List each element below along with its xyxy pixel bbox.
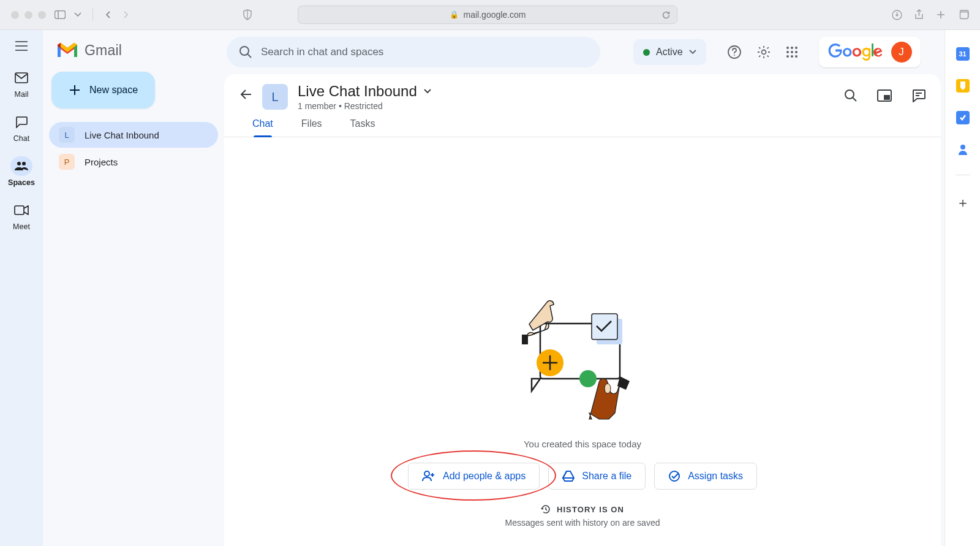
rail-label: Mail <box>15 90 29 99</box>
rail-label: Meet <box>13 222 30 231</box>
rail-item-meet[interactable]: Meet <box>10 200 32 231</box>
gmail-text: Gmail <box>85 42 122 59</box>
history-icon <box>541 504 551 514</box>
svg-point-18 <box>786 55 789 58</box>
rail-label: Chat <box>13 134 29 143</box>
keep-tile[interactable] <box>956 79 970 93</box>
svg-rect-23 <box>884 95 890 100</box>
space-avatar: L <box>59 127 75 143</box>
svg-rect-8 <box>15 206 24 214</box>
rail-item-spaces[interactable]: Spaces <box>8 156 35 187</box>
assign-tasks-label: Assign tasks <box>688 471 743 482</box>
svg-point-30 <box>424 471 429 476</box>
share-file-label: Share a file <box>582 471 631 482</box>
help-icon[interactable] <box>727 45 742 59</box>
svg-point-11 <box>761 50 766 55</box>
contacts-tile[interactable] <box>956 143 970 156</box>
forward-icon[interactable] <box>121 10 130 19</box>
left-rail: Mail Chat Spaces Meet <box>0 30 43 546</box>
drive-icon <box>562 471 575 482</box>
history-sub: Messages sent with history on are saved <box>505 518 660 528</box>
chat-panel-icon[interactable] <box>911 89 926 102</box>
gmail-icon <box>55 41 80 59</box>
tabs: Chat Files Tasks <box>224 111 941 137</box>
svg-point-6 <box>17 162 21 165</box>
back-icon[interactable] <box>104 10 113 19</box>
svg-point-14 <box>795 47 797 49</box>
status-dot <box>643 49 650 56</box>
chevron-down-icon <box>689 50 696 55</box>
url-bar[interactable]: 🔒 mail.google.com <box>298 6 677 24</box>
tab-tasks[interactable]: Tasks <box>350 118 375 137</box>
empty-state: You created this space today Add people … <box>224 137 941 546</box>
add-people-label: Add people & apps <box>443 471 526 482</box>
mail-icon <box>15 72 28 83</box>
svg-point-12 <box>786 47 789 49</box>
new-space-button[interactable]: New space <box>51 72 155 108</box>
download-icon[interactable] <box>892 10 902 20</box>
share-file-button[interactable]: Share a file <box>548 463 646 490</box>
main-column: Search in chat and spaces Active J L <box>224 30 944 546</box>
search-icon <box>239 45 252 59</box>
profile-avatar[interactable]: J <box>891 42 912 63</box>
browser-chrome: 🔒 mail.google.com <box>0 0 980 30</box>
shield-icon[interactable] <box>243 9 252 20</box>
lock-icon: 🔒 <box>450 10 459 19</box>
created-text: You created this space today <box>524 439 641 449</box>
share-icon[interactable] <box>914 9 924 20</box>
svg-rect-26 <box>592 314 617 339</box>
sidebar-toggle-icon[interactable] <box>55 10 66 19</box>
content-card: L Live Chat Inbound 1 member • Restricte… <box>224 74 941 546</box>
assign-tasks-button[interactable]: Assign tasks <box>654 463 757 490</box>
google-brand[interactable]: J <box>819 37 921 67</box>
tabs-icon[interactable] <box>958 10 969 20</box>
space-avatar-large: L <box>262 84 288 110</box>
space-subtitle: 1 member • Restricted <box>298 101 432 111</box>
space-header: L Live Chat Inbound 1 member • Restricte… <box>224 74 941 111</box>
pip-icon[interactable] <box>877 89 892 102</box>
svg-point-16 <box>791 51 793 53</box>
status-chip[interactable]: Active <box>633 39 706 65</box>
space-item-projects[interactable]: P Projects <box>49 149 218 175</box>
traffic-lights <box>11 11 46 19</box>
search-input[interactable]: Search in chat and spaces <box>227 37 600 67</box>
svg-point-17 <box>795 51 797 53</box>
add-people-button[interactable]: Add people & apps <box>408 463 540 490</box>
gear-icon[interactable] <box>756 45 771 59</box>
status-label: Active <box>656 47 683 58</box>
add-panel-button[interactable]: ＋ <box>956 194 970 212</box>
search-placeholder: Search in chat and spaces <box>261 46 383 58</box>
chevron-down-icon[interactable] <box>423 88 432 94</box>
empty-illustration <box>518 297 647 425</box>
tab-files[interactable]: Files <box>301 118 322 137</box>
search-in-space-icon[interactable] <box>844 89 858 102</box>
tasks-tile[interactable] <box>956 111 970 124</box>
rail-item-chat[interactable]: Chat <box>10 112 32 143</box>
calendar-tile[interactable]: 31 <box>956 47 970 61</box>
tasks-icon <box>668 470 680 482</box>
gmail-logo[interactable]: Gmail <box>49 37 218 72</box>
history-line: HISTORY IS ON <box>541 504 624 514</box>
divider <box>956 175 970 175</box>
back-button[interactable] <box>239 88 252 101</box>
apps-grid-icon[interactable] <box>786 46 798 58</box>
space-list: L Live Chat Inbound P Projects <box>49 122 218 175</box>
chevron-down-icon[interactable] <box>74 12 81 17</box>
hamburger-icon[interactable] <box>15 41 28 51</box>
tab-chat[interactable]: Chat <box>252 118 273 137</box>
person-add-icon <box>422 471 435 482</box>
action-row: Add people & apps Share a file Assign ta… <box>408 463 757 490</box>
space-item-live-chat-inbound[interactable]: L Live Chat Inbound <box>49 122 218 148</box>
rail-label: Spaces <box>8 178 35 187</box>
reload-icon[interactable] <box>662 10 671 20</box>
new-space-label: New space <box>89 85 138 96</box>
url-text: mail.google.com <box>464 10 526 20</box>
chat-icon <box>15 116 28 128</box>
rail-item-mail[interactable]: Mail <box>10 68 32 99</box>
plus-icon[interactable] <box>936 10 946 20</box>
google-logo <box>827 43 884 61</box>
space-label: Projects <box>85 157 118 167</box>
right-rail: 31 ＋ <box>944 30 980 546</box>
history-title: HISTORY IS ON <box>557 505 624 514</box>
space-label: Live Chat Inbound <box>85 130 159 140</box>
